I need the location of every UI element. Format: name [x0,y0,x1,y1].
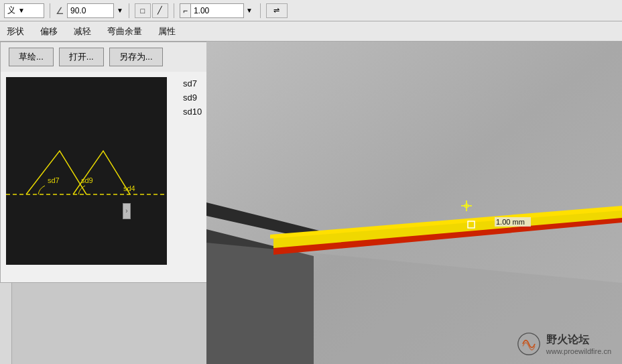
definition-dropdown[interactable]: 义 ▼ [4,3,44,18]
flip-icon: ⇌ [273,6,279,15]
corner-icon: ⌐ [180,3,190,18]
menu-offset[interactable]: 偏移 [38,24,60,39]
separator-3 [174,3,174,18]
dropdown-arrow: ▼ [18,7,25,14]
menu-properties[interactable]: 属性 [156,24,178,39]
svg-rect-0 [6,77,167,265]
expand-handle[interactable]: › [123,203,131,219]
dropdown-label: 义 [7,5,15,16]
angle-dropdown-arrow[interactable]: ▼ [117,7,123,14]
watermark-sub-text: www.proewildfire.cn [546,347,611,355]
separator-4 [260,3,261,18]
menu-bend-allowance[interactable]: 弯曲余量 [105,24,145,39]
scene-svg: 1.00 mm [206,42,622,364]
separator-1 [50,3,50,18]
menu-shape[interactable]: 形状 [4,24,27,39]
sketch-svg: sd7 sd9 sd4 [6,77,167,265]
angle-input[interactable] [67,3,114,18]
viewport-3d: 1.00 mm 野火论坛 www.proewildfire.cn [206,42,622,364]
chevron-right-icon: › [125,207,127,215]
top-toolbar: 义 ▼ ∠ ▼ □ ╱ ⌐ ▼ ⇌ [0,0,622,21]
save-as-button[interactable]: 另存为... [109,48,163,66]
square-icon-btn[interactable]: □ [135,3,151,18]
flip-icon-btn[interactable]: ⇌ [266,3,288,18]
menu-bar: 形状 偏移 减轻 弯曲余量 属性 [0,21,622,42]
menu-lighten[interactable]: 减轻 [71,24,94,39]
open-button[interactable]: 打开... [59,48,104,66]
watermark-main-text: 野火论坛 [546,333,611,347]
thickness-input[interactable] [190,3,244,18]
thickness-group: ⌐ ▼ [180,3,255,18]
scene-background: 1.00 mm 野火论坛 www.proewildfire.cn [206,42,622,364]
sketch-button[interactable]: 草绘... [9,48,54,66]
svg-text:1.00 mm: 1.00 mm [496,218,525,226]
svg-text:sd9: sd9 [81,176,93,184]
watermark-text: 野火论坛 www.proewildfire.cn [546,333,611,355]
thickness-dropdown-arrow[interactable]: ▼ [244,7,255,14]
watermark-logo [517,332,541,356]
square-icon: □ [141,7,145,15]
shape-buttons: □ ╱ [135,3,168,18]
angle-icon: ∠ [56,5,64,16]
slash-icon-btn[interactable]: ╱ [152,3,168,18]
slash-icon: ╱ [158,6,162,15]
main-area: 草绘... 打开... 另存为... sd7 [0,42,622,364]
watermark: 野火论坛 www.proewildfire.cn [517,332,611,356]
svg-text:sd4: sd4 [123,184,135,192]
angle-group: ∠ ▼ [56,3,123,18]
svg-text:sd7: sd7 [48,176,60,184]
sketch-preview: sd7 sd9 sd4 [6,77,167,265]
separator-2 [129,3,129,18]
